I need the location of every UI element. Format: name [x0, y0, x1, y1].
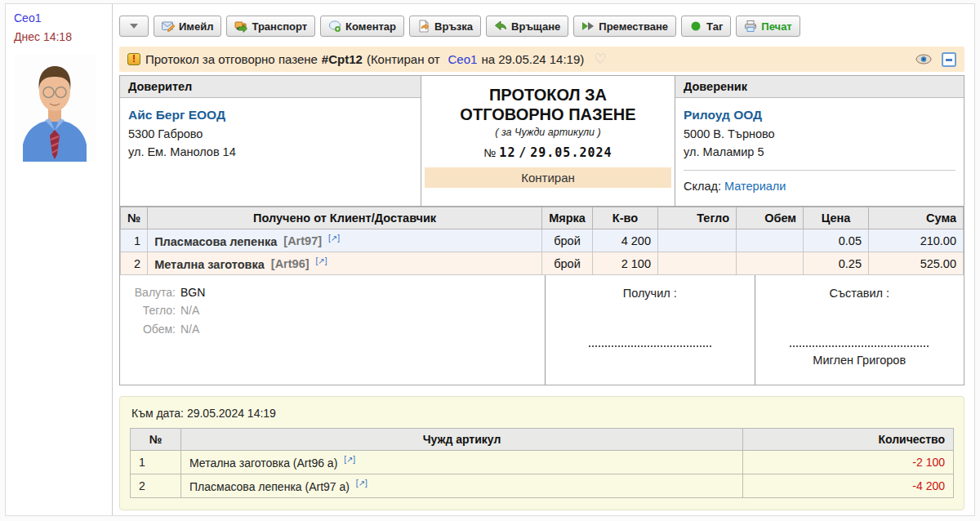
item-weight: [658, 252, 737, 275]
doc-number-value: 12: [499, 145, 515, 160]
link-button[interactable]: Връзка: [409, 16, 481, 37]
snapshot-date-value: 29.05.2024 14:19: [187, 407, 276, 420]
col-header-unit: Мярка: [542, 207, 593, 229]
favorite-heart-icon[interactable]: ♡: [594, 51, 606, 68]
transport-button[interactable]: Транспорт: [226, 16, 315, 37]
print-button[interactable]: Печат: [736, 16, 800, 37]
contirated-by-user-link[interactable]: Ceo1: [448, 52, 478, 66]
snap-col-header-name: Чужд артикул: [181, 429, 743, 451]
signature-dotted-line: [790, 345, 929, 347]
document-meta-close: на 29.05.24 14:19): [481, 52, 584, 66]
weight-value: N/A: [180, 301, 199, 319]
move-button[interactable]: Преместване: [573, 16, 676, 37]
doc-number-label: №: [483, 146, 496, 159]
return-button[interactable]: Връщане: [486, 16, 568, 37]
item-qty: 2 100: [593, 252, 658, 275]
comment-button[interactable]: Коментар: [320, 16, 404, 37]
return-button-label: Връщане: [511, 20, 560, 33]
doc-status-badge: Контиран: [425, 167, 671, 188]
table-row: 1 Пласмасова лепенка [Art97] ↗ брой 4 20…: [121, 229, 964, 252]
document-header-bar: Протокол за отговорно пазене #Cpt12 (Кон…: [119, 47, 964, 72]
trustor-panel: Доверител Айс Берг ЕООД 5300 Габрово ул.…: [120, 76, 421, 206]
document-number: #Cpt12: [322, 52, 363, 66]
snap-col-header-qty: Количество: [743, 429, 954, 451]
volume-value: N/A: [180, 320, 199, 338]
user-avatar: [14, 55, 96, 162]
snap-item-name: Метална заготовка (Art96 а): [189, 456, 337, 470]
external-link-icon[interactable]: ↗: [328, 234, 340, 243]
warehouse-link[interactable]: Материали: [724, 180, 786, 193]
received-label: Получил :: [623, 287, 677, 300]
status-warning-icon: [127, 53, 140, 65]
col-header-price: Цена: [804, 207, 869, 229]
email-button[interactable]: Имейл: [154, 16, 221, 37]
item-price: 0.25: [804, 252, 869, 275]
trustee-divider: [684, 170, 956, 171]
trustee-address-line1: 5000 В. Търново: [684, 126, 956, 144]
table-row: 1 Метална заготовка (Art96 а) ↗ -2 100: [131, 451, 954, 474]
item-name: Пласмасова лепенка: [154, 234, 277, 247]
document-title: Протокол за отговорно пазене: [145, 52, 318, 66]
more-actions-dropdown-button[interactable]: [119, 16, 149, 37]
item-volume: [737, 229, 804, 252]
app-window: Ceo1 Днес 14:18 Имейл: [5, 3, 975, 516]
table-row: 2 Пласмасова лепенка (Art97 а) ↗ -4 200: [131, 474, 954, 498]
watch-eye-icon[interactable]: [915, 54, 932, 65]
sidebar-timestamp: Днес 14:18: [14, 30, 112, 43]
link-icon: [417, 20, 430, 33]
email-icon: [162, 20, 175, 33]
document-card: Доверител Айс Берг ЕООД 5300 Габрово ул.…: [119, 75, 964, 385]
doc-date-value: 29.05.2024: [530, 145, 612, 160]
item-name-cell: Пласмасова лепенка [Art97] ↗: [148, 229, 542, 252]
comment-button-label: Коментар: [345, 20, 396, 33]
sidebar-user-link[interactable]: Ceo1: [14, 11, 41, 24]
warehouse-label: Склад:: [684, 180, 721, 193]
item-row-num: 1: [121, 229, 148, 252]
external-link-icon[interactable]: ↗: [316, 256, 327, 265]
external-link-icon[interactable]: ↗: [344, 455, 355, 464]
item-qty: 4 200: [593, 229, 658, 252]
doc-number-line: № 12 / 29.05.2024: [421, 145, 675, 160]
item-volume: [737, 252, 804, 275]
tag-button[interactable]: Таг: [681, 16, 731, 37]
trustor-company-link[interactable]: Айс Берг ЕООД: [128, 105, 225, 124]
tag-button-label: Таг: [706, 20, 723, 33]
snap-item-cell: Метална заготовка (Art96 а) ↗: [181, 451, 743, 474]
received-signature-block: Получил :: [546, 275, 755, 385]
volume-label: Обем:: [120, 320, 176, 338]
item-weight: [658, 229, 737, 252]
table-row: 2 Метална заготовка [Art96] ↗ брой 2 100…: [121, 252, 964, 275]
chevron-down-icon: [130, 24, 138, 29]
main-content: Имейл Транспорт Коментар Връзка Връщане: [113, 4, 974, 515]
items-table: № Получено от Клиент/Доставчик Мярка К-в…: [120, 207, 964, 275]
col-header-weight: Тегло: [658, 207, 737, 229]
composed-signature-block: Съставил : Миглен Григоров: [755, 275, 964, 385]
signature-area: Получил : Съставил : Миглен Григоров: [545, 275, 964, 385]
print-button-label: Печат: [761, 20, 791, 33]
signature-dotted-line: [589, 345, 711, 347]
item-row-num: 2: [121, 252, 148, 275]
doc-subtitle: ( за Чужди артикули ): [421, 127, 675, 138]
composer-name: Миглен Григоров: [755, 354, 964, 367]
snap-item-cell: Пласмасова лепенка (Art97 а) ↗: [181, 474, 743, 498]
trustor-header: Доверител: [120, 76, 421, 98]
transport-icon: [234, 20, 247, 33]
move-button-label: Преместване: [599, 20, 668, 33]
trustee-company-link[interactable]: Рилоуд ООД: [684, 105, 762, 124]
doc-number-separator: /: [519, 145, 527, 160]
document-meta-open: (Контиран от: [367, 52, 440, 66]
item-total: 525.00: [869, 252, 964, 275]
items-table-header-row: № Получено от Клиент/Доставчик Мярка К-в…: [121, 207, 964, 229]
collapse-panel-icon[interactable]: [942, 52, 956, 67]
move-icon: [581, 20, 595, 33]
item-unit: брой: [542, 229, 593, 252]
snapshot-header-row: № Чужд артикул Количество: [131, 429, 954, 451]
trustee-address-line2: ул. Маламир 5: [684, 144, 956, 162]
return-icon: [494, 20, 507, 33]
composed-label: Съставил :: [829, 287, 889, 300]
snap-row-num: 1: [131, 451, 181, 474]
totals-block: Валута: BGN Тегло: N/A Обем: N/A: [120, 275, 545, 385]
sidebar: Ceo1 Днес 14:18: [6, 4, 113, 515]
item-code: [Art97]: [283, 234, 322, 247]
external-link-icon[interactable]: ↗: [356, 479, 368, 488]
